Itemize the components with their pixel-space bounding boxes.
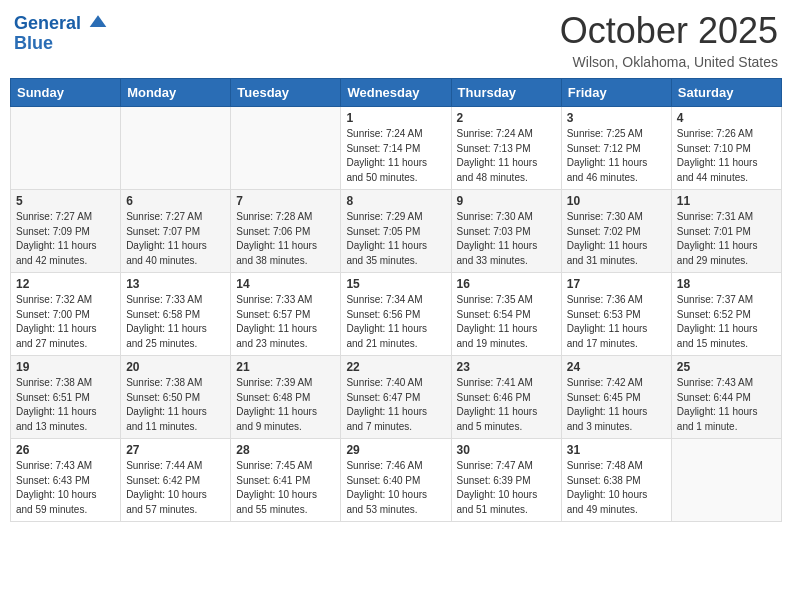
- calendar-cell: 7Sunrise: 7:28 AM Sunset: 7:06 PM Daylig…: [231, 190, 341, 273]
- day-number: 17: [567, 277, 666, 291]
- day-detail: Sunrise: 7:41 AM Sunset: 6:46 PM Dayligh…: [457, 376, 556, 434]
- day-detail: Sunrise: 7:33 AM Sunset: 6:58 PM Dayligh…: [126, 293, 225, 351]
- day-number: 4: [677, 111, 776, 125]
- calendar-cell: 13Sunrise: 7:33 AM Sunset: 6:58 PM Dayli…: [121, 273, 231, 356]
- day-number: 22: [346, 360, 445, 374]
- day-detail: Sunrise: 7:31 AM Sunset: 7:01 PM Dayligh…: [677, 210, 776, 268]
- day-number: 30: [457, 443, 556, 457]
- logo-text: General Blue: [14, 14, 108, 54]
- day-detail: Sunrise: 7:25 AM Sunset: 7:12 PM Dayligh…: [567, 127, 666, 185]
- day-number: 20: [126, 360, 225, 374]
- calendar-cell: 8Sunrise: 7:29 AM Sunset: 7:05 PM Daylig…: [341, 190, 451, 273]
- calendar-cell: 15Sunrise: 7:34 AM Sunset: 6:56 PM Dayli…: [341, 273, 451, 356]
- day-detail: Sunrise: 7:30 AM Sunset: 7:02 PM Dayligh…: [567, 210, 666, 268]
- day-number: 23: [457, 360, 556, 374]
- day-detail: Sunrise: 7:26 AM Sunset: 7:10 PM Dayligh…: [677, 127, 776, 185]
- day-number: 27: [126, 443, 225, 457]
- title-block: October 2025 Wilson, Oklahoma, United St…: [560, 10, 778, 70]
- weekday-header-wednesday: Wednesday: [341, 79, 451, 107]
- day-number: 19: [16, 360, 115, 374]
- day-number: 29: [346, 443, 445, 457]
- day-number: 1: [346, 111, 445, 125]
- day-number: 12: [16, 277, 115, 291]
- day-detail: Sunrise: 7:32 AM Sunset: 7:00 PM Dayligh…: [16, 293, 115, 351]
- calendar-cell: 17Sunrise: 7:36 AM Sunset: 6:53 PM Dayli…: [561, 273, 671, 356]
- day-number: 24: [567, 360, 666, 374]
- day-detail: Sunrise: 7:45 AM Sunset: 6:41 PM Dayligh…: [236, 459, 335, 517]
- calendar-cell: 11Sunrise: 7:31 AM Sunset: 7:01 PM Dayli…: [671, 190, 781, 273]
- calendar-cell: 1Sunrise: 7:24 AM Sunset: 7:14 PM Daylig…: [341, 107, 451, 190]
- calendar-cell: 19Sunrise: 7:38 AM Sunset: 6:51 PM Dayli…: [11, 356, 121, 439]
- day-detail: Sunrise: 7:27 AM Sunset: 7:09 PM Dayligh…: [16, 210, 115, 268]
- calendar-cell: 23Sunrise: 7:41 AM Sunset: 6:46 PM Dayli…: [451, 356, 561, 439]
- calendar-cell: 9Sunrise: 7:30 AM Sunset: 7:03 PM Daylig…: [451, 190, 561, 273]
- calendar-week-3: 12Sunrise: 7:32 AM Sunset: 7:00 PM Dayli…: [11, 273, 782, 356]
- day-number: 5: [16, 194, 115, 208]
- calendar-table: SundayMondayTuesdayWednesdayThursdayFrid…: [10, 78, 782, 522]
- location: Wilson, Oklahoma, United States: [560, 54, 778, 70]
- weekday-header-monday: Monday: [121, 79, 231, 107]
- day-detail: Sunrise: 7:27 AM Sunset: 7:07 PM Dayligh…: [126, 210, 225, 268]
- day-detail: Sunrise: 7:33 AM Sunset: 6:57 PM Dayligh…: [236, 293, 335, 351]
- day-number: 7: [236, 194, 335, 208]
- calendar-cell: 14Sunrise: 7:33 AM Sunset: 6:57 PM Dayli…: [231, 273, 341, 356]
- calendar-cell: 28Sunrise: 7:45 AM Sunset: 6:41 PM Dayli…: [231, 439, 341, 522]
- day-number: 31: [567, 443, 666, 457]
- calendar-cell: 21Sunrise: 7:39 AM Sunset: 6:48 PM Dayli…: [231, 356, 341, 439]
- day-number: 9: [457, 194, 556, 208]
- calendar-cell: 12Sunrise: 7:32 AM Sunset: 7:00 PM Dayli…: [11, 273, 121, 356]
- day-number: 26: [16, 443, 115, 457]
- weekday-header-friday: Friday: [561, 79, 671, 107]
- calendar-cell: 10Sunrise: 7:30 AM Sunset: 7:02 PM Dayli…: [561, 190, 671, 273]
- day-number: 28: [236, 443, 335, 457]
- calendar-week-5: 26Sunrise: 7:43 AM Sunset: 6:43 PM Dayli…: [11, 439, 782, 522]
- calendar-body: 1Sunrise: 7:24 AM Sunset: 7:14 PM Daylig…: [11, 107, 782, 522]
- day-detail: Sunrise: 7:36 AM Sunset: 6:53 PM Dayligh…: [567, 293, 666, 351]
- calendar-cell: 24Sunrise: 7:42 AM Sunset: 6:45 PM Dayli…: [561, 356, 671, 439]
- calendar-cell: [11, 107, 121, 190]
- day-number: 10: [567, 194, 666, 208]
- weekday-header-saturday: Saturday: [671, 79, 781, 107]
- page-header: General Blue October 2025 Wilson, Oklaho…: [10, 10, 782, 70]
- calendar-cell: 2Sunrise: 7:24 AM Sunset: 7:13 PM Daylig…: [451, 107, 561, 190]
- day-detail: Sunrise: 7:42 AM Sunset: 6:45 PM Dayligh…: [567, 376, 666, 434]
- day-number: 21: [236, 360, 335, 374]
- day-detail: Sunrise: 7:46 AM Sunset: 6:40 PM Dayligh…: [346, 459, 445, 517]
- day-number: 15: [346, 277, 445, 291]
- day-detail: Sunrise: 7:30 AM Sunset: 7:03 PM Dayligh…: [457, 210, 556, 268]
- day-detail: Sunrise: 7:47 AM Sunset: 6:39 PM Dayligh…: [457, 459, 556, 517]
- calendar-header: SundayMondayTuesdayWednesdayThursdayFrid…: [11, 79, 782, 107]
- day-detail: Sunrise: 7:43 AM Sunset: 6:43 PM Dayligh…: [16, 459, 115, 517]
- day-number: 16: [457, 277, 556, 291]
- weekday-header-sunday: Sunday: [11, 79, 121, 107]
- logo-icon: [88, 12, 108, 32]
- calendar-cell: 6Sunrise: 7:27 AM Sunset: 7:07 PM Daylig…: [121, 190, 231, 273]
- weekday-header-row: SundayMondayTuesdayWednesdayThursdayFrid…: [11, 79, 782, 107]
- calendar-cell: [231, 107, 341, 190]
- day-detail: Sunrise: 7:24 AM Sunset: 7:14 PM Dayligh…: [346, 127, 445, 185]
- day-detail: Sunrise: 7:44 AM Sunset: 6:42 PM Dayligh…: [126, 459, 225, 517]
- day-number: 18: [677, 277, 776, 291]
- day-number: 8: [346, 194, 445, 208]
- calendar-cell: 18Sunrise: 7:37 AM Sunset: 6:52 PM Dayli…: [671, 273, 781, 356]
- day-detail: Sunrise: 7:37 AM Sunset: 6:52 PM Dayligh…: [677, 293, 776, 351]
- day-detail: Sunrise: 7:24 AM Sunset: 7:13 PM Dayligh…: [457, 127, 556, 185]
- day-detail: Sunrise: 7:28 AM Sunset: 7:06 PM Dayligh…: [236, 210, 335, 268]
- calendar-cell: 26Sunrise: 7:43 AM Sunset: 6:43 PM Dayli…: [11, 439, 121, 522]
- month-title: October 2025: [560, 10, 778, 52]
- day-detail: Sunrise: 7:35 AM Sunset: 6:54 PM Dayligh…: [457, 293, 556, 351]
- calendar-cell: 30Sunrise: 7:47 AM Sunset: 6:39 PM Dayli…: [451, 439, 561, 522]
- calendar-cell: 29Sunrise: 7:46 AM Sunset: 6:40 PM Dayli…: [341, 439, 451, 522]
- day-number: 11: [677, 194, 776, 208]
- day-detail: Sunrise: 7:43 AM Sunset: 6:44 PM Dayligh…: [677, 376, 776, 434]
- day-number: 2: [457, 111, 556, 125]
- calendar-week-4: 19Sunrise: 7:38 AM Sunset: 6:51 PM Dayli…: [11, 356, 782, 439]
- calendar-cell: 27Sunrise: 7:44 AM Sunset: 6:42 PM Dayli…: [121, 439, 231, 522]
- logo: General Blue: [14, 14, 108, 54]
- weekday-header-thursday: Thursday: [451, 79, 561, 107]
- day-number: 3: [567, 111, 666, 125]
- day-number: 13: [126, 277, 225, 291]
- calendar-cell: 3Sunrise: 7:25 AM Sunset: 7:12 PM Daylig…: [561, 107, 671, 190]
- calendar-week-1: 1Sunrise: 7:24 AM Sunset: 7:14 PM Daylig…: [11, 107, 782, 190]
- calendar-cell: [121, 107, 231, 190]
